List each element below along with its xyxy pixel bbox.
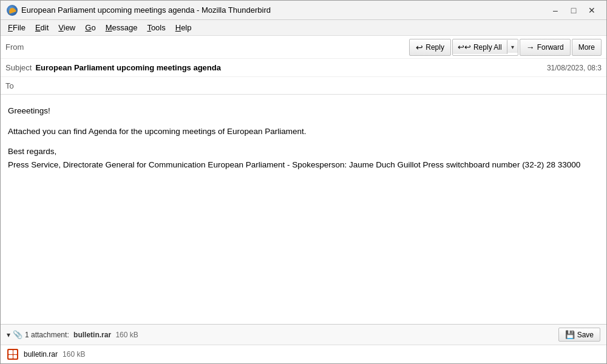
reply-all-icon: ↩↩ — [458, 42, 471, 52]
attachment-toggle[interactable]: ▾ — [7, 331, 10, 339]
body-line1: Attached you can find Agenda for the upc… — [8, 125, 599, 138]
subject-label: Subject — [5, 63, 32, 72]
action-buttons: ↩ Reply ↩↩ Reply All ▾ → Forward More — [409, 39, 602, 56]
body-line3: Press Service, Directorate General for C… — [8, 160, 580, 169]
reply-all-dropdown[interactable]: ▾ — [507, 41, 518, 53]
menu-bar: FFile Edit View Go Message Tools Help — [1, 20, 606, 36]
attachment-filename: bulletin.rar — [73, 331, 111, 339]
main-window: European Parliament upcoming meetings ag… — [0, 0, 607, 364]
menu-help[interactable]: Help — [171, 21, 197, 34]
body-greeting: Greeetings! — [8, 104, 599, 118]
menu-tools[interactable]: Tools — [142, 21, 170, 34]
window-title: European Parliament upcoming meetings ag… — [21, 5, 547, 15]
reply-all-label: Reply All — [473, 43, 502, 52]
body-signature: Best regards, Press Service, Directorate… — [8, 145, 599, 171]
header-subject-row: Subject European Parliament upcoming mee… — [1, 59, 606, 77]
app-icon — [7, 5, 18, 16]
forward-label: Forward — [537, 43, 564, 52]
more-button[interactable]: More — [572, 39, 602, 56]
attachment-info: 1 attachment: bulletin.rar 160 kB — [25, 331, 558, 339]
menu-go[interactable]: Go — [80, 21, 100, 34]
file-row-size: 160 kB — [63, 350, 85, 359]
forward-button[interactable]: → Forward — [520, 39, 571, 56]
email-body: Greeetings! Attached you can find Agenda… — [1, 95, 606, 324]
reply-all-split-button: ↩↩ Reply All ▾ — [452, 39, 518, 56]
reply-icon: ↩ — [416, 42, 423, 52]
header-to-row: To — [1, 77, 606, 94]
window-controls: – □ ✕ — [547, 4, 600, 17]
reply-all-button[interactable]: ↩↩ Reply All — [453, 40, 507, 54]
email-header: From ↩ Reply ↩↩ Reply All ▾ → Forward — [1, 36, 606, 95]
date-value: 31/08/2023, 08:3 — [547, 64, 602, 72]
minimize-button[interactable]: – — [547, 4, 564, 17]
file-row[interactable]: bulletin.rar 160 kB — [1, 345, 606, 363]
attachment-bar: ▾ 📎 1 attachment: bulletin.rar 160 kB 💾 … — [1, 324, 606, 345]
to-label: To — [5, 81, 42, 90]
reply-button[interactable]: ↩ Reply — [409, 39, 451, 56]
save-icon: 💾 — [565, 330, 575, 339]
attachment-filesize: 160 kB — [115, 331, 138, 339]
menu-view[interactable]: View — [53, 21, 80, 34]
paperclip-icon: 📎 — [13, 330, 22, 339]
save-label: Save — [577, 331, 594, 339]
close-button[interactable]: ✕ — [583, 4, 600, 17]
from-label: From — [5, 42, 42, 52]
attachment-count: 1 attachment: — [25, 331, 69, 339]
menu-file[interactable]: FFile — [3, 21, 30, 34]
more-label: More — [578, 43, 595, 52]
maximize-button[interactable]: □ — [565, 4, 582, 17]
title-bar: European Parliament upcoming meetings ag… — [1, 1, 606, 20]
header-from-row: From ↩ Reply ↩↩ Reply All ▾ → Forward — [1, 36, 606, 59]
forward-icon: → — [526, 42, 535, 52]
menu-edit[interactable]: Edit — [30, 21, 53, 34]
reply-label: Reply — [426, 43, 444, 52]
save-button[interactable]: 💾 Save — [558, 328, 600, 342]
file-row-name: bulletin.rar — [24, 350, 58, 359]
body-line2: Best regards, — [8, 147, 56, 156]
file-icon — [7, 348, 19, 360]
menu-message[interactable]: Message — [101, 21, 143, 34]
subject-value: European Parliament upcoming meetings ag… — [35, 63, 547, 72]
